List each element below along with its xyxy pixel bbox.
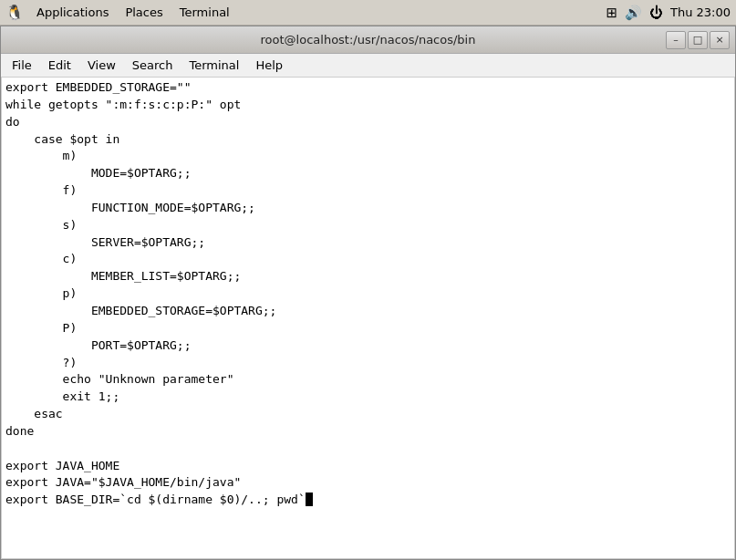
- system-bar-right: ⊞ 🔊 ⏻ Thu 23:00: [606, 5, 731, 21]
- system-clock: Thu 23:00: [670, 5, 731, 19]
- title-bar: root@localhost:/usr/nacos/nacos/bin – □ …: [1, 26, 735, 54]
- terminal-cursor: [306, 493, 313, 506]
- maximize-button[interactable]: □: [688, 31, 708, 49]
- close-button[interactable]: ×: [710, 31, 730, 49]
- system-bar-left: 🐧 Applications Places Terminal: [5, 4, 237, 21]
- system-apps-menu[interactable]: Applications: [29, 4, 116, 21]
- title-bar-buttons: – □ ×: [666, 31, 730, 49]
- menu-bar: FileEditViewSearchTerminalHelp: [1, 54, 735, 78]
- terminal-text: export EMBEDDED_STORAGE="" while getopts…: [2, 78, 734, 511]
- terminal-scroll[interactable]: export EMBEDDED_STORAGE="" while getopts…: [2, 78, 734, 558]
- menu-item-help[interactable]: Help: [248, 57, 290, 74]
- menu-item-terminal[interactable]: Terminal: [181, 57, 246, 74]
- terminal-window: root@localhost:/usr/nacos/nacos/bin – □ …: [0, 26, 736, 560]
- minimize-button[interactable]: –: [666, 31, 686, 49]
- volume-icon[interactable]: 🔊: [625, 5, 642, 21]
- system-terminal-menu[interactable]: Terminal: [172, 4, 237, 21]
- network-icon: ⊞: [606, 5, 617, 21]
- window-title: root@localhost:/usr/nacos/nacos/bin: [261, 33, 476, 47]
- menu-item-edit[interactable]: Edit: [41, 57, 78, 74]
- menu-item-search[interactable]: Search: [125, 57, 181, 74]
- menu-item-view[interactable]: View: [80, 57, 123, 74]
- system-places-menu[interactable]: Places: [118, 4, 170, 21]
- system-bar: 🐧 Applications Places Terminal ⊞ 🔊 ⏻ Thu…: [0, 0, 736, 26]
- power-icon[interactable]: ⏻: [649, 5, 663, 21]
- terminal-content[interactable]: export EMBEDDED_STORAGE="" while getopts…: [1, 78, 735, 559]
- menu-item-file[interactable]: File: [5, 57, 39, 74]
